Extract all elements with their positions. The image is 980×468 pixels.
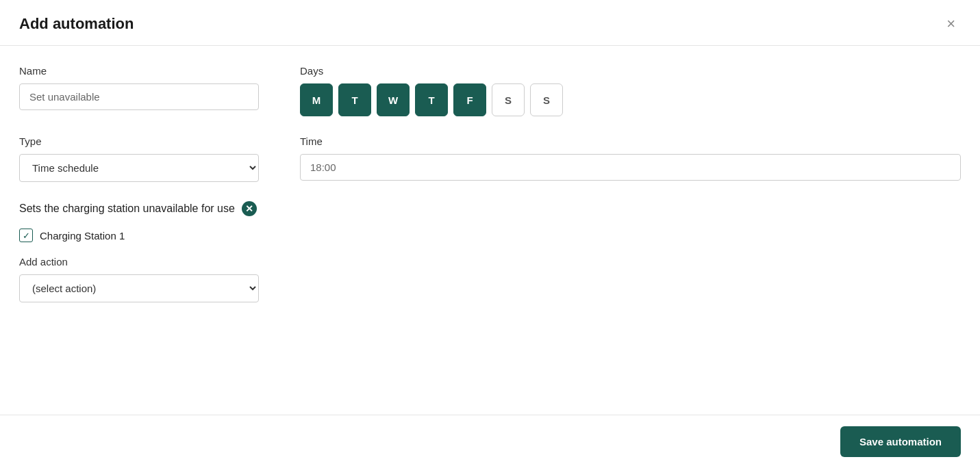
type-group: Type Time schedule Other <box>19 135 259 182</box>
charging-station-label: Charging Station 1 <box>40 230 125 242</box>
modal-footer: Save automation <box>0 415 980 468</box>
day-btn-S1[interactable]: S <box>492 83 525 116</box>
add-action-label: Add action <box>19 256 961 268</box>
info-close-icon[interactable]: ✕ <box>242 201 257 216</box>
time-label: Time <box>300 135 961 147</box>
close-button[interactable]: × <box>941 14 961 34</box>
time-group: Time <box>300 135 961 182</box>
type-select[interactable]: Time schedule Other <box>19 154 259 182</box>
day-btn-M[interactable]: M <box>300 83 333 116</box>
action-select-wrapper: (select action) Set available Set unavai… <box>19 274 259 302</box>
name-label: Name <box>19 65 259 77</box>
type-label: Type <box>19 135 259 147</box>
modal-wrapper: Add automation × Name Days M T W T F <box>0 0 980 468</box>
name-group: Name <box>19 65 259 116</box>
save-automation-button[interactable]: Save automation <box>840 426 961 457</box>
modal-title: Add automation <box>19 15 134 33</box>
day-btn-S2[interactable]: S <box>530 83 563 116</box>
days-label: Days <box>300 65 961 77</box>
form-row-2: Type Time schedule Other Time <box>19 135 961 182</box>
modal-container: Add automation × Name Days M T W T F <box>0 0 980 468</box>
info-text: Sets the charging station unavailable fo… <box>19 203 235 215</box>
charging-station-row: ✓ Charging Station 1 <box>19 229 961 242</box>
days-group: Days M T W T F S S <box>300 65 961 116</box>
info-section: Sets the charging station unavailable fo… <box>19 201 961 216</box>
day-btn-W[interactable]: W <box>377 83 410 116</box>
day-btn-T1[interactable]: T <box>338 83 371 116</box>
form-row-1: Name Days M T W T F S S <box>19 65 961 116</box>
time-input[interactable] <box>300 154 961 181</box>
modal-body: Name Days M T W T F S S <box>0 46 980 415</box>
charging-station-checkbox[interactable]: ✓ <box>19 229 33 242</box>
day-btn-T2[interactable]: T <box>415 83 448 116</box>
name-input[interactable] <box>19 83 259 110</box>
days-container: M T W T F S S <box>300 83 961 116</box>
checkmark-icon: ✓ <box>23 231 30 240</box>
modal-header: Add automation × <box>0 0 980 46</box>
day-btn-F[interactable]: F <box>453 83 486 116</box>
action-select[interactable]: (select action) Set available Set unavai… <box>19 274 259 302</box>
